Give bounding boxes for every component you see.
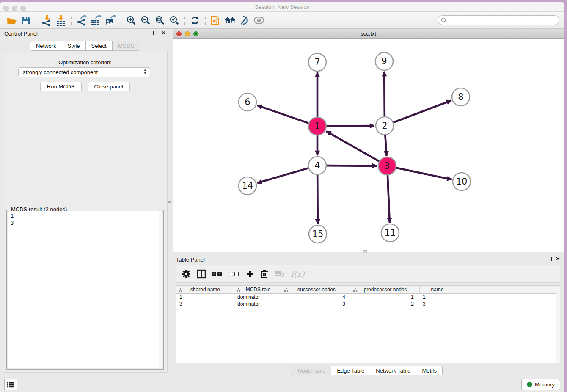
export-image-icon[interactable] [103,14,118,27]
graph-node-15[interactable]: 15 [309,225,327,243]
svg-text:7: 7 [314,57,320,67]
graph-node-9[interactable]: 9 [375,52,393,70]
table-cell[interactable]: dominator [234,301,282,307]
refresh-icon[interactable] [188,14,202,27]
result-scrollbar[interactable] [159,211,162,368]
list-icon [7,382,14,388]
toolbar-separator [121,14,121,27]
graph-edge-3-10[interactable] [396,168,452,180]
graph-edge-3-11[interactable] [388,175,390,223]
import-table-icon[interactable] [54,14,68,27]
graph-edge-4-15[interactable] [317,175,318,224]
column-header-predecessor-nodes[interactable]: predecessor nodes [351,286,420,293]
control-panel-tabs: NetworkStyleSelectMCDS [30,41,140,51]
zoom-fit-icon[interactable] [153,14,167,27]
zoom-selected-icon[interactable] [167,14,182,27]
deselect-all-icon[interactable] [229,268,240,280]
open-session-icon[interactable] [4,14,19,27]
table-scrollbar[interactable] [556,286,560,363]
select-all-icon[interactable]: ✓✓ [212,268,223,280]
close-panel-icon[interactable]: ✕ [161,31,166,35]
tab-edge-table[interactable]: Edge Table [331,366,370,375]
import-network-icon[interactable] [39,14,54,27]
control-panel-title: Control Panel [4,30,38,37]
zoom-out-icon[interactable] [138,14,153,27]
graph-node-10[interactable]: 10 [453,173,471,190]
graph-edge-1-2[interactable] [327,126,374,126]
new-network-file-icon[interactable] [209,14,223,27]
node-table[interactable]: shared nameMCDS rolesuccessor nodesprede… [176,285,560,363]
table-row[interactable]: 3dominator323 [176,301,560,307]
search-input[interactable] [447,17,559,24]
export-table-icon[interactable] [89,14,103,27]
column-header-MCDS-role[interactable]: MCDS role [234,286,282,293]
table-cell[interactable]: 3 [176,301,234,307]
table-cell[interactable]: 2 [351,301,420,307]
column-header-successor-nodes[interactable]: successor nodes [282,286,351,293]
graph-node-11[interactable]: 11 [381,224,399,242]
export-network-icon[interactable] [74,14,89,27]
graph-node-6[interactable]: 6 [239,93,256,111]
splitter-grip[interactable] [168,197,171,207]
memory-button[interactable]: Memory [521,379,560,390]
table-cell[interactable]: dominator [234,294,282,301]
table-cell[interactable]: 1 [351,294,420,301]
tab-select[interactable]: Select [86,41,113,51]
tab-style[interactable]: Style [62,41,86,51]
close-table-panel-icon[interactable]: ✕ [556,257,560,261]
table-row[interactable]: 1dominator411 [176,294,560,301]
graph-edge-2-9[interactable] [384,72,385,116]
save-session-icon[interactable] [19,14,33,27]
graph-node-2[interactable]: 2 [376,117,394,135]
table-cell[interactable]: 3 [420,301,455,307]
table-settings-icon[interactable] [182,268,191,280]
graph-node-8[interactable]: 8 [452,88,470,106]
run-mcds-button[interactable]: Run MCDS [40,82,82,91]
float-panel-icon[interactable] [153,31,157,35]
graph-edge-4-3[interactable] [327,166,377,166]
tab-motifs[interactable]: Motifs [416,366,443,375]
delete-column-icon[interactable] [260,268,269,280]
network-canvas[interactable]: 7968124314101511 [173,39,564,252]
hide-graphics-details-icon[interactable] [237,14,252,27]
show-column-icon[interactable] [197,268,206,280]
table-cell[interactable]: 4 [282,294,351,301]
table-cell[interactable]: 3 [282,301,351,307]
close-panel-button[interactable]: Close panel [88,82,130,91]
graph-edge-1-6[interactable] [257,105,309,123]
svg-text:2: 2 [382,121,387,131]
task-history-button[interactable] [4,379,17,390]
mcds-result-text[interactable]: 1 3 [8,211,162,368]
zoom-in-icon[interactable] [124,14,138,27]
graph-node-4[interactable]: 4 [308,157,326,174]
tab-mcds[interactable]: MCDS [113,41,140,51]
graph-edge-2-8[interactable] [394,100,451,122]
table-cell[interactable]: 1 [176,294,234,301]
tab-node-table[interactable]: Node Table [292,366,332,375]
graph-node-14[interactable]: 14 [239,177,256,195]
graph-node-3[interactable]: 3 [378,157,396,175]
criterion-select[interactable]: strongly connected component [18,67,150,77]
column-header-shared-name[interactable]: shared name [176,286,234,293]
graph-edge-2-3[interactable] [385,135,386,156]
graph-node-7[interactable]: 7 [308,53,326,71]
column-header-name[interactable]: name [420,286,455,293]
tab-network[interactable]: Network [30,41,62,51]
svg-text:11: 11 [385,228,396,238]
float-table-panel-icon[interactable] [548,257,552,261]
svg-text:1: 1 [314,121,320,131]
show-graphics-details-icon[interactable] [252,14,266,27]
control-panel: Control Panel ✕ NetworkStyleSelectMCDS O… [0,29,170,377]
add-column-icon[interactable] [246,268,254,280]
tab-network-table[interactable]: Network Table [370,366,416,375]
home-view-icon[interactable] [223,14,237,27]
network-title: scc.txt [173,30,564,37]
toolbar-separator [36,14,36,27]
graph-edge-4-14[interactable] [257,168,308,183]
graph-edge-3-1[interactable] [326,131,379,161]
table-cell[interactable]: 1 [420,294,455,301]
window-resize-handle[interactable] [363,250,367,253]
graph-node-1[interactable]: 1 [308,117,326,135]
toolbar-separator [205,14,206,27]
svg-text:8: 8 [458,92,463,102]
